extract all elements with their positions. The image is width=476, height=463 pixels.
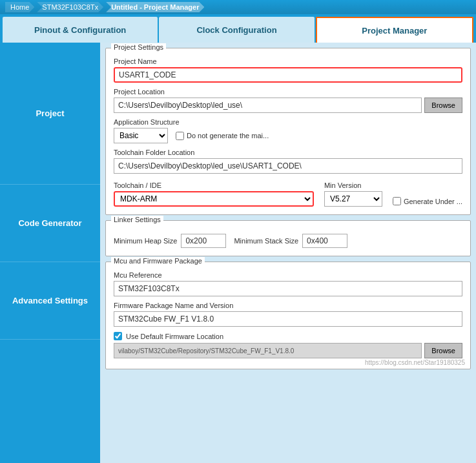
use-default-firmware-row: Use Default Firmware Location <box>114 332 462 340</box>
project-name-label: Project Name <box>114 57 462 65</box>
min-version-col: Min Version V5.27 V5.26 V5.25 <box>324 179 382 207</box>
app-structure-row: Basic Advanced Do not generate the mai..… <box>114 128 462 143</box>
breadcrumb-active[interactable]: Untitled - Project Manager <box>106 2 204 12</box>
project-settings-title: Project Settings <box>111 43 166 51</box>
mcu-firmware-section: Mcu and Firmware Package Mcu Reference F… <box>105 262 471 369</box>
min-stack-input[interactable] <box>302 234 347 248</box>
min-heap-field: Minimum Heap Size <box>114 234 226 248</box>
linker-settings-section: Linker Settings Minimum Heap Size Minimu… <box>105 220 471 256</box>
project-browse-button[interactable]: Browse <box>424 98 462 113</box>
generate-under-check-label: Generate Under ... <box>393 197 462 205</box>
use-default-firmware-label: Use Default Firmware Location <box>126 333 223 340</box>
tab-clock[interactable]: Clock Configuration <box>159 17 314 43</box>
top-nav: Home STM32F103C8Tx Untitled - Project Ma… <box>0 0 476 14</box>
sidebar-item-advanced-settings[interactable]: Advanced Settings <box>0 262 100 340</box>
mcu-firmware-title: Mcu and Firmware Package <box>111 257 205 265</box>
toolchain-ide-col: Toolchain / IDE MDK-ARM STM32CubeIDE Mak… <box>114 179 314 207</box>
sidebar-item-code-generator[interactable]: Code Generator <box>0 185 100 262</box>
toolchain-folder-label: Toolchain Folder Location <box>114 149 462 156</box>
min-version-select[interactable]: V5.27 V5.26 V5.25 <box>324 191 382 207</box>
firmware-location-input[interactable] <box>114 343 422 358</box>
min-heap-input[interactable] <box>181 234 226 248</box>
generate-under-checkbox[interactable] <box>393 197 401 205</box>
firmware-location-row: Browse <box>114 343 462 358</box>
watermark: https://blog.csdn.net/Star19180325 <box>365 359 465 366</box>
breadcrumb-home[interactable]: Home <box>5 2 34 12</box>
linker-settings-title: Linker Settings <box>111 216 163 223</box>
tab-bar: Pinout & Configuration Clock Configurati… <box>0 14 476 43</box>
do-not-generate-label: Do not generate the mai... <box>176 132 269 140</box>
project-settings-section: Project Settings Project Name Project Lo… <box>105 48 471 215</box>
sidebar-item-project[interactable]: Project <box>0 43 100 185</box>
app-structure-select[interactable]: Basic Advanced <box>114 128 168 143</box>
toolchain-ide-label: Toolchain / IDE <box>114 181 314 189</box>
project-location-row: Browse <box>114 98 462 113</box>
min-stack-field: Minimum Stack Size <box>234 234 347 248</box>
main-content: Project Code Generator Advanced Settings… <box>0 43 476 463</box>
firmware-package-label: Firmware Package Name and Version <box>114 302 462 309</box>
mcu-ref-input[interactable] <box>114 281 462 296</box>
breadcrumb-mcu[interactable]: STM32F103C8Tx <box>37 2 103 12</box>
project-name-input[interactable] <box>114 67 462 83</box>
tab-project-manager[interactable]: Project Manager <box>316 17 473 43</box>
content-area: Project Settings Project Name Project Lo… <box>100 43 476 463</box>
firmware-browse-button[interactable]: Browse <box>424 343 462 358</box>
mcu-ref-label: Mcu Reference <box>114 271 462 279</box>
toolchain-folder-input[interactable] <box>114 158 462 174</box>
generate-under-col: Generate Under ... <box>393 179 462 207</box>
use-default-firmware-checkbox[interactable] <box>114 332 122 340</box>
project-location-input[interactable] <box>114 98 422 113</box>
min-heap-label: Minimum Heap Size <box>114 237 177 245</box>
toolchain-ide-select[interactable]: MDK-ARM STM32CubeIDE Makefile <box>114 191 314 207</box>
toolchain-row: Toolchain / IDE MDK-ARM STM32CubeIDE Mak… <box>114 179 462 207</box>
linker-fields-row: Minimum Heap Size Minimum Stack Size <box>114 234 462 248</box>
sidebar: Project Code Generator Advanced Settings <box>0 43 100 463</box>
toolchain-select-wrapper: MDK-ARM STM32CubeIDE Makefile <box>114 191 314 207</box>
app-structure-label: Application Structure <box>114 118 462 126</box>
tab-pinout[interactable]: Pinout & Configuration <box>3 17 158 43</box>
project-location-label: Project Location <box>114 88 462 96</box>
do-not-generate-checkbox[interactable] <box>176 132 184 140</box>
min-version-label: Min Version <box>324 181 382 189</box>
min-stack-label: Minimum Stack Size <box>234 237 298 245</box>
firmware-package-input[interactable] <box>114 311 462 327</box>
